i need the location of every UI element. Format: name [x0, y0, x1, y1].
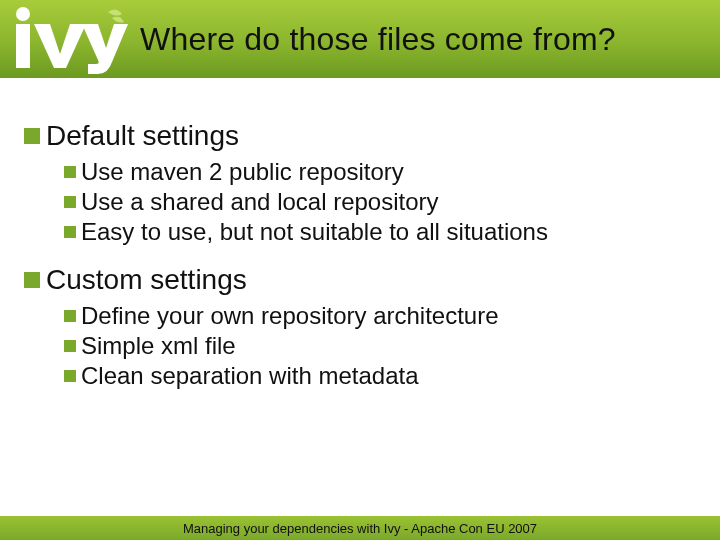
- list-item: Define your own repository architecture: [64, 302, 696, 330]
- bullet-icon: [64, 166, 76, 178]
- slide-content: Default settings Use maven 2 public repo…: [0, 78, 720, 390]
- bullet-icon: [64, 340, 76, 352]
- section-heading: Default settings: [24, 120, 696, 152]
- list-item: Simple xml file: [64, 332, 696, 360]
- ivy-logo: [0, 0, 130, 78]
- bullet-icon: [24, 128, 40, 144]
- list-item: Clean separation with metadata: [64, 362, 696, 390]
- list-item-text: Simple xml file: [81, 332, 236, 360]
- bullet-icon: [64, 370, 76, 382]
- slide-title: Where do those files come from?: [140, 21, 616, 58]
- list-item-text: Use maven 2 public repository: [81, 158, 404, 186]
- bullet-icon: [24, 272, 40, 288]
- list-item-text: Easy to use, but not suitable to all sit…: [81, 218, 548, 246]
- section-heading-text: Default settings: [46, 120, 239, 152]
- list-item: Easy to use, but not suitable to all sit…: [64, 218, 696, 246]
- bullet-icon: [64, 310, 76, 322]
- bullet-icon: [64, 226, 76, 238]
- footer-text: Managing your dependencies with Ivy - Ap…: [183, 521, 537, 536]
- section-heading: Custom settings: [24, 264, 696, 296]
- svg-rect-0: [16, 24, 30, 68]
- bullet-icon: [64, 196, 76, 208]
- slide-header: Where do those files come from?: [0, 0, 720, 78]
- svg-point-1: [16, 7, 30, 21]
- list-item-text: Clean separation with metadata: [81, 362, 419, 390]
- sub-list: Use maven 2 public repository Use a shar…: [64, 158, 696, 246]
- list-item-text: Use a shared and local repository: [81, 188, 439, 216]
- list-item: Use maven 2 public repository: [64, 158, 696, 186]
- slide-footer: Managing your dependencies with Ivy - Ap…: [0, 516, 720, 540]
- list-item-text: Define your own repository architecture: [81, 302, 499, 330]
- sub-list: Define your own repository architecture …: [64, 302, 696, 390]
- section-heading-text: Custom settings: [46, 264, 247, 296]
- list-item: Use a shared and local repository: [64, 188, 696, 216]
